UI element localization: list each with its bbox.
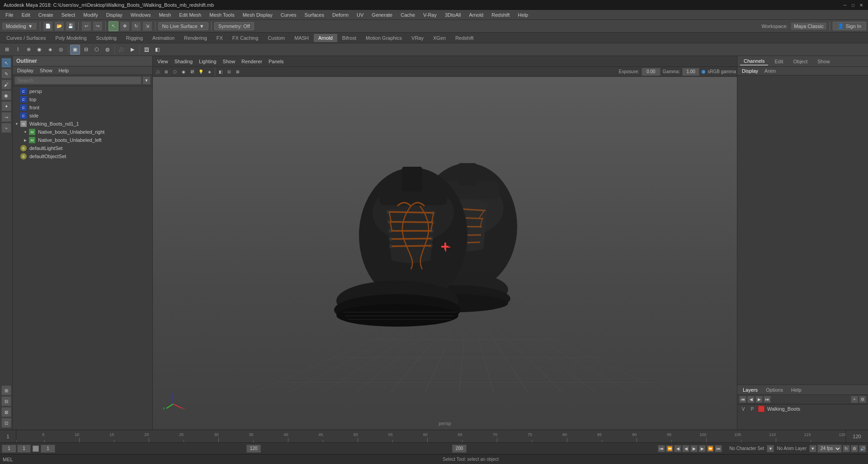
quick-layout-3[interactable]: ⊠: [1, 407, 11, 417]
menu-item-select[interactable]: Select: [58, 11, 79, 19]
tree-item-defaultlightset[interactable]: SdefaultLightSet: [13, 144, 152, 152]
step-fwd-btn[interactable]: ⏩: [707, 445, 714, 452]
workspace-dropdown[interactable]: Maya Classic: [791, 22, 826, 30]
tree-item-top[interactable]: Ctop: [13, 95, 152, 103]
mode-tab-fx[interactable]: FX: [212, 34, 227, 42]
mode-tab-arnold[interactable]: Arnold: [314, 34, 337, 42]
refresh-btn[interactable]: ↻: [843, 445, 850, 452]
tree-arrow[interactable]: ▶: [23, 138, 28, 142]
layer-add[interactable]: +: [851, 396, 858, 403]
menu-item-3dtoall[interactable]: 3DtoAll: [441, 11, 464, 19]
outliner-menu-display[interactable]: Display: [14, 67, 36, 74]
undo-btn[interactable]: ↩: [81, 21, 91, 31]
new-scene-btn[interactable]: 📄: [43, 21, 53, 31]
menu-item-cache[interactable]: Cache: [397, 11, 419, 19]
layer-visibility[interactable]: V: [740, 407, 746, 412]
tree-item-side[interactable]: Cside: [13, 112, 152, 120]
tree-arrow[interactable]: ▼: [14, 122, 19, 126]
timeline-track[interactable]: 5101520253035404550556065707580859095100…: [16, 430, 845, 442]
prev-key-btn[interactable]: ◀: [674, 445, 681, 452]
menu-item-file[interactable]: File: [2, 11, 17, 19]
symmetry-btn[interactable]: Symmetry: Off: [214, 22, 254, 30]
frame-indicator[interactable]: [17, 445, 31, 453]
mode-tab-mash[interactable]: MASH: [290, 34, 313, 42]
mode-tab-vray[interactable]: VRay: [407, 34, 428, 42]
go-end-btn[interactable]: ⏭: [715, 445, 722, 452]
viewport-menu-panels[interactable]: Panels: [266, 58, 287, 65]
menu-item-windows[interactable]: Windows: [127, 11, 155, 19]
viewport-menu-renderer[interactable]: Renderer: [239, 58, 265, 65]
tree-arrow[interactable]: ▼: [23, 130, 28, 134]
step-back-btn[interactable]: ⏪: [666, 445, 673, 452]
paint-tool[interactable]: ✎: [1, 69, 11, 79]
gamma-input[interactable]: [682, 68, 699, 76]
layer-nav-start[interactable]: ⏮: [739, 396, 746, 403]
joint-tool[interactable]: ✦: [1, 101, 11, 111]
menu-item-modify[interactable]: Modify: [80, 11, 101, 19]
show-sequence-icon[interactable]: ◧: [152, 45, 162, 55]
maximize-button[interactable]: □: [850, 2, 856, 8]
outliner-menu-show[interactable]: Show: [37, 67, 55, 74]
channel-tab-channels[interactable]: Channels: [740, 57, 768, 66]
select-btn[interactable]: ↖: [108, 21, 118, 31]
menu-item-help[interactable]: Help: [514, 11, 532, 19]
quick-layout-4[interactable]: ⊡: [1, 418, 11, 428]
display-tab-anim[interactable]: Anim: [762, 68, 778, 74]
timeline-ruler[interactable]: 1 51015202530354045505560657075808590951…: [0, 430, 868, 442]
menu-item-create[interactable]: Create: [35, 11, 57, 19]
menu-item-mesh-tools[interactable]: Mesh Tools: [206, 11, 238, 19]
menu-item-arnold[interactable]: Arnold: [465, 11, 487, 19]
layer-menu-help[interactable]: Help: [788, 387, 804, 393]
menu-item-surfaces[interactable]: Surfaces: [301, 11, 328, 19]
snap-to-surface-icon[interactable]: ◉: [34, 45, 44, 55]
menu-item-mesh-display[interactable]: Mesh Display: [239, 11, 276, 19]
fps-select[interactable]: 24 fps 30 fps 60 fps: [817, 445, 842, 453]
viewport-menu-lighting[interactable]: Lighting: [196, 58, 219, 65]
menu-item-redshift[interactable]: Redshift: [488, 11, 513, 19]
layer-nav-end[interactable]: ⏭: [764, 396, 771, 403]
mode-dropdown[interactable]: Modeling ▼: [2, 22, 37, 30]
mode-tab-rendering[interactable]: Rendering: [179, 34, 212, 42]
redo-btn[interactable]: ↪: [93, 21, 103, 31]
snap-live-icon[interactable]: ◎: [56, 45, 66, 55]
mode-tab-redshift[interactable]: Redshift: [451, 34, 478, 42]
menu-item-generate[interactable]: Generate: [368, 11, 396, 19]
soft-sel-icon[interactable]: ◍: [103, 45, 113, 55]
layer-nav-prev[interactable]: ◀: [747, 396, 755, 403]
range-end-input[interactable]: [246, 445, 261, 453]
snap-to-grid-icon[interactable]: ⊞: [2, 45, 12, 55]
minimize-button[interactable]: ─: [842, 2, 848, 8]
menu-item-deform[interactable]: Deform: [329, 11, 352, 19]
brush-tool[interactable]: 🖌: [1, 80, 11, 89]
tree-item-native_boots_unlabeled_right[interactable]: ▼MNative_boots_Unlabeled_right: [13, 128, 152, 136]
vp-shadow-icon[interactable]: ◈: [205, 68, 213, 76]
mode-tab-xgen[interactable]: XGen: [429, 34, 450, 42]
quick-layout-1[interactable]: ⊞: [1, 385, 11, 395]
menu-item-mesh[interactable]: Mesh: [155, 11, 175, 19]
viewport-canvas[interactable]: X Y Z persp: [153, 77, 737, 430]
tree-item-walking_boots_nd1_1[interactable]: ▼GWalking_Boots_nd1_1: [13, 120, 152, 128]
menu-item-curves[interactable]: Curves: [277, 11, 300, 19]
vp-gate-icon[interactable]: ⊠: [234, 68, 242, 76]
tree-item-persp[interactable]: Cpersp: [13, 87, 152, 95]
channel-tab-object[interactable]: Object: [789, 58, 811, 65]
mode-tab-fx-caching[interactable]: FX Caching: [228, 34, 263, 42]
tree-arrow[interactable]: [14, 146, 19, 150]
render-icon[interactable]: 🎥: [117, 45, 127, 55]
viewport-menu-view[interactable]: View: [155, 58, 171, 65]
channel-tab-edit[interactable]: Edit: [771, 58, 787, 65]
go-start-btn[interactable]: ⏮: [658, 445, 665, 452]
close-button[interactable]: ✕: [858, 2, 864, 8]
menu-item-edit[interactable]: Edit: [18, 11, 34, 19]
outliner-search-input[interactable]: [14, 76, 142, 84]
show-render-icon[interactable]: 🖼: [142, 45, 151, 55]
menu-item-edit-mesh[interactable]: Edit Mesh: [175, 11, 205, 19]
menu-item-v-ray[interactable]: V-Ray: [420, 11, 440, 19]
mel-input[interactable]: [17, 457, 439, 462]
layer-pickable[interactable]: P: [749, 407, 755, 412]
current-frame-input[interactable]: [2, 445, 16, 453]
tree-item-front[interactable]: Cfront: [13, 103, 152, 112]
viewport-menu-shading[interactable]: Shading: [172, 58, 195, 65]
mode-tab-curves-/-surfaces[interactable]: Curves / Surfaces: [2, 34, 50, 42]
viewport-menu-show[interactable]: Show: [220, 58, 238, 65]
